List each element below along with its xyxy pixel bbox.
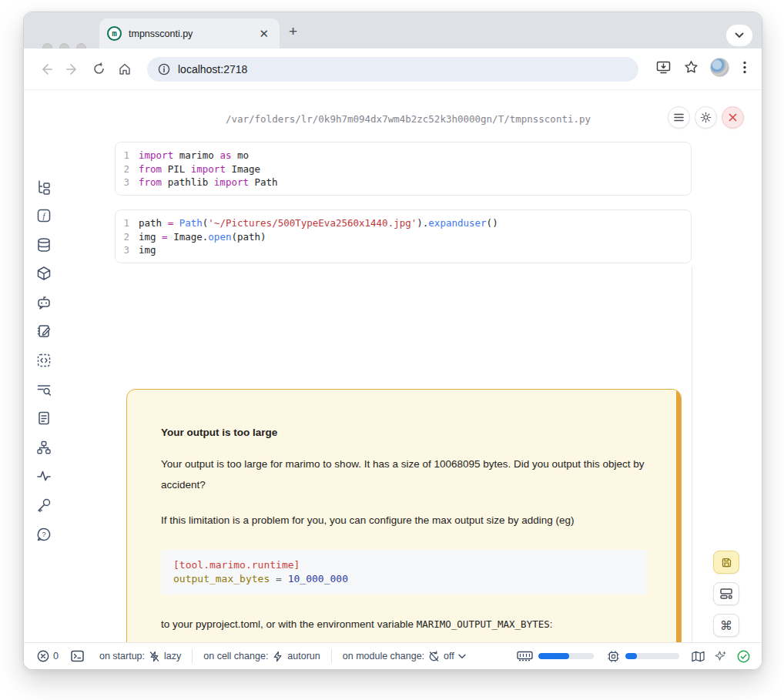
back-button[interactable] (33, 56, 59, 82)
shutdown-button[interactable] (722, 106, 744, 129)
browser-tab[interactable]: m tmpnssconti.py ✕ (99, 18, 280, 49)
sidebar-item-logs[interactable] (34, 380, 53, 399)
forward-button[interactable] (59, 56, 85, 82)
svg-text:?: ? (42, 531, 45, 538)
sidebar-item-datasources[interactable] (34, 235, 53, 254)
terminal-icon (71, 650, 84, 662)
key-icon (36, 497, 52, 513)
layout-icon (720, 588, 732, 599)
kebab-menu-icon (743, 61, 746, 74)
lightning-slash-icon (149, 651, 160, 662)
sidebar-item-dependency-graph[interactable] (34, 437, 53, 457)
star-icon (684, 60, 699, 74)
svg-text:f: f (42, 212, 46, 220)
notebook-pencil-icon (36, 323, 52, 339)
notebook-settings-button[interactable] (695, 106, 717, 129)
layout-toggle-button[interactable] (713, 582, 739, 605)
browser-menu-button[interactable] (735, 54, 754, 80)
chevron-down-icon (458, 654, 466, 659)
reload-icon (92, 62, 106, 75)
code-cell-image[interactable]: 1path = Path('~/Pictures/500TypeEva2560x… (115, 209, 692, 263)
bookmark-button[interactable] (678, 54, 704, 80)
connection-status-icon[interactable] (737, 650, 750, 663)
sidebar-item-scratchpad[interactable] (34, 322, 53, 341)
chevron-down-icon (735, 32, 744, 39)
circle-x-icon (37, 650, 49, 662)
warning-paragraph-3: to your pyproject.toml, or with the envi… (161, 614, 647, 635)
address-bar[interactable]: localhost:2718 (147, 57, 638, 82)
reload-button[interactable] (85, 56, 112, 82)
sidebar-item-tracing[interactable] (34, 467, 53, 486)
help-bubble-icon: ? (36, 527, 52, 542)
on-startup-setting[interactable]: on startup: lazy (99, 651, 181, 662)
warning-title: Your output is too large (161, 427, 647, 438)
file-tree-icon (36, 179, 52, 195)
url-text[interactable]: localhost:2718 (178, 63, 247, 75)
sparkles-ai-button[interactable] (715, 650, 727, 662)
save-button[interactable] (713, 551, 739, 574)
home-button[interactable] (112, 56, 138, 82)
notebook-filepath[interactable]: /var/folders/lr/0k9h7m094dx7wm4b2zc52k3h… (226, 113, 591, 125)
browser-toolbar: localhost:2718 (24, 49, 762, 90)
browser-window: m tmpnssconti.py ✕ + localhost:2718 (23, 12, 762, 670)
reload-off-icon (428, 651, 440, 662)
keyboard-shortcuts-button[interactable]: ⌘ (713, 614, 739, 637)
cpu-icon (607, 650, 620, 663)
home-icon (118, 62, 132, 76)
memory-usage-fill (538, 653, 569, 659)
cpu-usage-bar (625, 653, 679, 659)
sidebar-item-documentation[interactable] (34, 409, 53, 428)
output-scroll-track (692, 266, 692, 642)
toml-config-snippet: [tool.marimo.runtime]output_max_bytes = … (161, 550, 647, 594)
code-cell-imports[interactable]: 1import marimo as mo2from PIL import Ima… (115, 142, 692, 196)
env-var-name: MARIMO_OUTPUT_MAX_BYTES (417, 618, 550, 630)
package-cube-icon (36, 266, 52, 281)
memory-usage-bar (538, 653, 594, 659)
minimap-button[interactable] (692, 651, 705, 662)
tab-close-icon[interactable]: ✕ (256, 27, 272, 41)
install-app-button[interactable] (650, 54, 676, 80)
info-icon[interactable] (158, 63, 170, 75)
cpu-usage-fill (625, 653, 637, 659)
hamburger-menu-icon (674, 113, 684, 122)
sitemap-icon (36, 440, 52, 455)
close-icon (729, 113, 737, 122)
tab-title: tmpnssconti.py (129, 28, 256, 39)
error-indicator[interactable]: 0 (37, 650, 59, 662)
sidebar-item-snippets[interactable] (34, 351, 53, 370)
profile-avatar[interactable] (710, 58, 729, 77)
warning-paragraph-2: If this limitation is a problem for you,… (161, 510, 647, 531)
pulse-icon (36, 468, 52, 484)
robot-chat-icon (36, 295, 52, 310)
new-tab-button[interactable]: + (289, 23, 297, 40)
sidebar-item-ai-chat[interactable] (34, 293, 53, 312)
sidebar-item-packages[interactable] (34, 264, 53, 283)
code-snippet-icon (36, 353, 52, 368)
on-cell-change-setting[interactable]: on cell change: autorun (203, 651, 320, 662)
database-icon (36, 237, 52, 253)
sidebar-item-file-explorer[interactable] (34, 177, 53, 196)
gear-icon (700, 112, 712, 123)
status-bar: 0 on startup: lazy on cell change: autor… (24, 642, 762, 669)
ram-icon (517, 651, 533, 661)
document-icon (36, 410, 52, 426)
error-count: 0 (53, 651, 59, 661)
marimo-favicon-icon: m (107, 26, 122, 41)
sidebar-item-help[interactable]: ? (34, 524, 53, 544)
back-icon (39, 62, 53, 76)
terminal-button[interactable] (71, 650, 84, 662)
notebook-area: /var/folders/lr/0k9h7m094dx7wm4b2zc52k3h… (24, 90, 762, 642)
log-search-icon (36, 382, 52, 397)
helper-sidebar: f (34, 177, 54, 544)
on-module-change-setting[interactable]: on module change: off (343, 651, 466, 662)
sidebar-item-secrets[interactable] (34, 496, 53, 515)
tab-search-chevron[interactable] (726, 25, 752, 46)
notebook-menu-button[interactable] (668, 106, 690, 129)
forward-icon (65, 62, 79, 76)
sidebar-item-variables[interactable]: f (34, 206, 53, 226)
output-too-large-warning: Your output is too large Your output is … (126, 389, 682, 670)
warning-scrollbar[interactable] (676, 389, 682, 670)
function-icon: f (36, 208, 52, 223)
save-icon (721, 557, 732, 568)
lightning-icon (272, 651, 283, 662)
